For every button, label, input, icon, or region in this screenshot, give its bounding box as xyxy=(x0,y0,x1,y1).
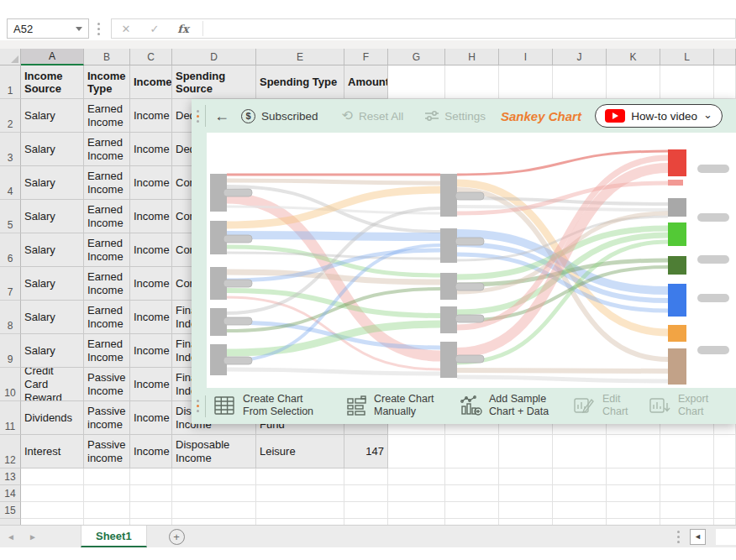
cell-H13[interactable] xyxy=(445,468,499,485)
cell-A15[interactable] xyxy=(21,502,84,519)
row-header-10[interactable]: 10 xyxy=(0,368,21,401)
cell-I13[interactable] xyxy=(499,468,553,485)
cell-B5[interactable]: Earned Income xyxy=(84,200,130,233)
cell-B9[interactable]: Earned Income xyxy=(84,334,130,368)
cell-A7[interactable]: Salary xyxy=(21,267,84,301)
cell-A4[interactable]: Salary xyxy=(21,166,84,200)
cell-L14[interactable] xyxy=(660,485,714,502)
cell-B3[interactable]: Earned Income xyxy=(84,133,130,166)
row-header-4[interactable]: 4 xyxy=(0,166,21,200)
cell-E13[interactable] xyxy=(256,468,344,485)
insert-function-icon[interactable]: fx xyxy=(169,23,197,35)
toolbar-drag-handle[interactable] xyxy=(197,400,199,412)
cell-M15[interactable] xyxy=(714,502,736,519)
cell-B14[interactable] xyxy=(84,485,130,502)
column-header-C[interactable]: C xyxy=(130,49,172,65)
cell-J15[interactable] xyxy=(553,502,607,519)
cell-L1[interactable] xyxy=(660,65,714,99)
cell-H12[interactable] xyxy=(445,435,499,468)
cell-K1[interactable] xyxy=(607,65,660,99)
cell-K15[interactable] xyxy=(607,502,660,519)
cell-C8[interactable]: Income xyxy=(130,301,172,334)
cell-M13[interactable] xyxy=(714,468,736,485)
cell-J14[interactable] xyxy=(553,485,607,502)
cell-E12[interactable]: Leisure xyxy=(256,435,344,468)
cell-A10[interactable]: Credit Card Reward xyxy=(21,368,84,401)
cell-K13[interactable] xyxy=(607,468,660,485)
next-sheet-icon[interactable]: ► xyxy=(22,532,44,542)
cell-C4[interactable]: Income xyxy=(130,166,172,200)
cell-B1[interactable]: Income Type xyxy=(84,65,130,99)
cell-B6[interactable]: Earned Income xyxy=(84,233,130,267)
row-header-3[interactable]: 3 xyxy=(0,133,21,166)
cell-C5[interactable]: Income xyxy=(130,200,172,233)
cell-C14[interactable] xyxy=(130,485,172,502)
cell-D12[interactable]: Disposable Income xyxy=(172,435,256,468)
column-header-J[interactable]: J xyxy=(553,49,607,65)
cell-C1[interactable]: Income xyxy=(130,65,172,99)
panel-drag-handle[interactable] xyxy=(197,110,199,123)
cell-I12[interactable] xyxy=(499,435,553,468)
subscribed-button[interactable]: $ Subscribed xyxy=(241,109,318,123)
cell-E14[interactable] xyxy=(256,485,344,502)
row-header-7[interactable]: 7 xyxy=(0,267,21,301)
back-arrow-icon[interactable]: ← xyxy=(214,107,229,125)
scrollbar-splitter[interactable] xyxy=(677,531,680,543)
cell-G14[interactable] xyxy=(388,485,445,502)
cell-B7[interactable]: Earned Income xyxy=(84,267,130,301)
cell-B10[interactable]: Passive Income xyxy=(84,368,130,401)
cell-L12[interactable] xyxy=(660,435,714,468)
column-header-I[interactable]: I xyxy=(499,49,553,65)
cell-M1[interactable] xyxy=(714,65,736,99)
cell-H14[interactable] xyxy=(445,485,499,502)
cell-A9[interactable]: Salary xyxy=(21,334,84,368)
cell-F1[interactable]: Amount xyxy=(344,65,388,99)
row-header-6[interactable]: 6 xyxy=(0,233,21,267)
column-header-F[interactable]: F xyxy=(344,49,388,65)
cell-M12[interactable] xyxy=(714,435,736,468)
horizontal-scrollbar[interactable] xyxy=(716,529,736,545)
sheet-tab[interactable]: Sheet1 xyxy=(81,526,147,547)
cell-D1[interactable]: Spending Source xyxy=(172,65,256,99)
cell-C12[interactable]: Income xyxy=(130,435,172,468)
scroll-left-icon[interactable]: ◄ xyxy=(690,529,706,545)
cell-G15[interactable] xyxy=(388,502,445,519)
reset-all-button[interactable]: ⟲ Reset All xyxy=(342,109,404,123)
cell-L15[interactable] xyxy=(660,502,714,519)
column-header-L[interactable]: L xyxy=(660,49,714,65)
cell-D14[interactable] xyxy=(172,485,256,502)
cell-A14[interactable] xyxy=(21,485,84,502)
cell-K14[interactable] xyxy=(607,485,660,502)
cell-M14[interactable] xyxy=(714,485,736,502)
cell-L13[interactable] xyxy=(660,468,714,485)
cell-C15[interactable] xyxy=(130,502,172,519)
column-header-partial[interactable] xyxy=(714,49,736,65)
cell-J12[interactable] xyxy=(553,435,607,468)
cell-G1[interactable] xyxy=(388,65,445,99)
cell-B11[interactable]: Passive income xyxy=(84,401,130,435)
column-header-G[interactable]: G xyxy=(388,49,445,65)
cell-A5[interactable]: Salary xyxy=(21,200,84,233)
cell-C2[interactable]: Income xyxy=(130,99,172,133)
column-header-E[interactable]: E xyxy=(256,49,344,65)
row-header-12[interactable]: 12 xyxy=(0,435,21,468)
cell-C3[interactable]: Income xyxy=(130,133,172,166)
cell-A8[interactable]: Salary xyxy=(21,301,84,334)
cell-J13[interactable] xyxy=(553,468,607,485)
cell-J1[interactable] xyxy=(553,65,607,99)
select-all-corner[interactable] xyxy=(0,49,21,65)
toolbar-item-export-chart[interactable]: ExportChart xyxy=(649,393,708,418)
row-header-8[interactable]: 8 xyxy=(0,301,21,334)
cell-A12[interactable]: Interest xyxy=(21,435,84,468)
cell-E15[interactable] xyxy=(256,502,344,519)
cell-G13[interactable] xyxy=(388,468,445,485)
column-header-A[interactable]: A xyxy=(21,49,84,65)
cell-B2[interactable]: Earned Income xyxy=(84,99,130,133)
column-header-K[interactable]: K xyxy=(607,49,660,65)
cell-A13[interactable] xyxy=(21,468,84,485)
confirm-icon[interactable]: ✓ xyxy=(140,23,169,35)
cell-F12[interactable]: 147 xyxy=(344,435,388,468)
cell-A6[interactable]: Salary xyxy=(21,233,84,267)
cell-D13[interactable] xyxy=(172,468,256,485)
cell-I1[interactable] xyxy=(499,65,553,99)
